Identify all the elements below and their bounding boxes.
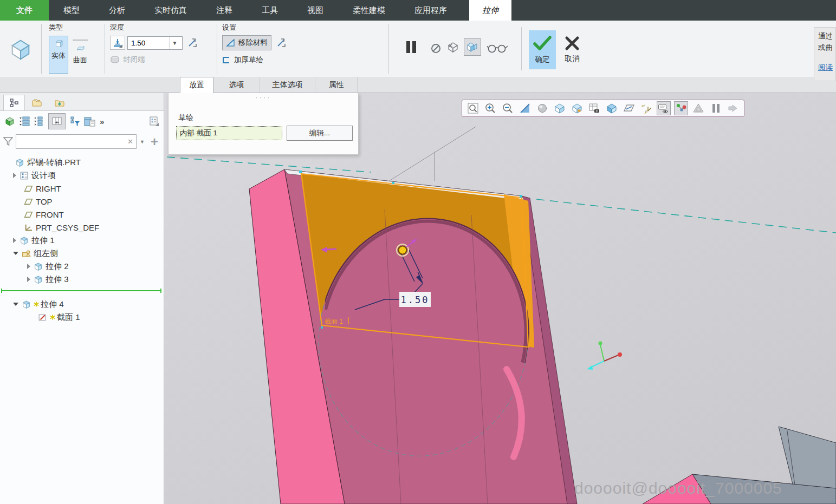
- saved-views-icon[interactable]: [553, 101, 567, 115]
- tree-item-settings-icon[interactable]: [148, 116, 159, 127]
- menu-file[interactable]: 文件: [0, 0, 49, 21]
- expand-all-icon[interactable]: [19, 116, 30, 126]
- menu-analysis[interactable]: 分析: [94, 0, 140, 21]
- tree-item-csys[interactable]: PRT_CSYS_DEF: [0, 221, 164, 234]
- expander-icon[interactable]: [13, 303, 18, 306]
- menu-live-simulation[interactable]: 实时仿真: [140, 0, 202, 21]
- add-filter-button[interactable]: +: [148, 136, 160, 147]
- depth-dropdown-arrow[interactable]: ▼: [169, 37, 180, 49]
- zoom-fit-icon[interactable]: [466, 101, 480, 115]
- capped-ends-option: 封闭端: [110, 55, 200, 64]
- tree-item-extrude3[interactable]: 拉伸 3: [0, 273, 164, 286]
- group-icon: [22, 249, 31, 258]
- ok-button[interactable]: 确定: [529, 30, 556, 69]
- tree-filter-row: ✕ ▼ +: [0, 132, 164, 152]
- perspective-icon[interactable]: [691, 101, 705, 115]
- tree-item-right-plane[interactable]: RIGHT: [0, 182, 164, 195]
- expander-icon[interactable]: [27, 264, 30, 269]
- no-preview-button[interactable]: [428, 41, 443, 55]
- tree-item-section1-pending[interactable]: 截面 1: [0, 311, 164, 324]
- thicken-sketch-option[interactable]: 加厚草绘: [222, 55, 289, 65]
- flip-direction-icon: [276, 37, 287, 48]
- tree-item-front-plane[interactable]: FRONT: [0, 208, 164, 221]
- cancel-button[interactable]: 取消: [559, 30, 586, 69]
- tree-filters-icon[interactable]: [69, 116, 80, 127]
- tab-options[interactable]: 选项: [213, 77, 260, 93]
- tab-body-options[interactable]: 主体选项: [260, 77, 315, 93]
- model-cube-icon[interactable]: [4, 116, 15, 127]
- 3d-viewport[interactable]: 截面 1 1.50: [164, 93, 836, 504]
- tab-properties[interactable]: 属性: [315, 77, 358, 93]
- ok-check-icon: [533, 35, 552, 51]
- menu-view[interactable]: 视图: [293, 0, 338, 21]
- surface-button[interactable]: 曲面: [70, 36, 90, 74]
- tree-item-top-plane[interactable]: TOP: [0, 195, 164, 208]
- depth-type-button[interactable]: [110, 36, 125, 50]
- shading-icon[interactable]: [535, 101, 549, 115]
- tab-extrude-active[interactable]: 拉伸: [469, 0, 511, 21]
- folder-browser-tab[interactable]: [26, 95, 48, 110]
- menu-applications[interactable]: 应用程序: [400, 0, 462, 21]
- clear-search-icon[interactable]: ✕: [127, 138, 136, 146]
- pause-display-icon[interactable]: [709, 101, 723, 115]
- display-style-icon[interactable]: [605, 101, 619, 115]
- collapse-all-icon[interactable]: [34, 116, 44, 126]
- watermark-text: dooooit@dooooit_7000005: [574, 479, 782, 497]
- tree-columns-toggle[interactable]: [48, 113, 66, 129]
- unattached-preview-button[interactable]: [445, 40, 461, 54]
- dimension-value-text[interactable]: 1.50: [401, 294, 430, 305]
- tree-item-part[interactable]: 焊锡-转轴.PRT: [0, 156, 164, 169]
- no-preview-icon: [431, 43, 441, 54]
- tree-item-design-items[interactable]: 设计项: [0, 169, 164, 182]
- sketch-collector-field[interactable]: 内部 截面 1: [176, 126, 282, 140]
- remove-material-toggle[interactable]: 移除材料: [222, 35, 271, 50]
- tree-item-extrude4-pending[interactable]: 拉伸 4: [0, 298, 164, 311]
- tree-search-input[interactable]: [16, 134, 137, 149]
- tree-item-group-left[interactable]: 组左侧: [0, 247, 164, 260]
- overflow-chevrons[interactable]: »: [100, 117, 104, 126]
- part-icon: [15, 158, 24, 167]
- solid-button[interactable]: 实体: [49, 36, 68, 74]
- spin-center-icon[interactable]: [674, 101, 688, 115]
- orientation-triad: [587, 342, 622, 370]
- axes-display-icon[interactable]: x/y/: [639, 101, 653, 115]
- extrude-dashboard: 类型 实体 曲面 深度: [0, 21, 836, 77]
- insert-locator-line[interactable]: [1, 290, 161, 291]
- depth-value-input[interactable]: [128, 39, 169, 47]
- tree-item-extrude2[interactable]: 拉伸 2: [0, 260, 164, 273]
- search-dropdown-arrow[interactable]: ▼: [139, 139, 146, 145]
- zoom-in-icon[interactable]: [483, 101, 497, 115]
- tab-placement[interactable]: 放置: [180, 77, 213, 93]
- zoom-out-icon[interactable]: [501, 101, 515, 115]
- depth-value-combobox[interactable]: ▼: [127, 36, 183, 50]
- model-tree-tab[interactable]: [3, 95, 25, 110]
- tree-item-extrude1[interactable]: 拉伸 1: [0, 234, 164, 247]
- expander-icon[interactable]: [27, 277, 30, 282]
- verify-feature-button[interactable]: [485, 41, 509, 55]
- pause-icon: [404, 40, 418, 54]
- flip-material-side-button[interactable]: [274, 36, 289, 50]
- view-orientation-icon[interactable]: [570, 101, 584, 115]
- annotation-display-icon[interactable]: [657, 101, 671, 115]
- menu-flexible-modeling[interactable]: 柔性建模: [338, 0, 400, 21]
- design-items-icon: [20, 171, 29, 180]
- remove-material-icon: [226, 38, 236, 48]
- popup-grip-dots[interactable]: ····: [169, 95, 358, 100]
- menu-tools[interactable]: 工具: [247, 0, 293, 21]
- datum-display-icon[interactable]: [622, 101, 636, 115]
- view-manager-icon[interactable]: [587, 101, 601, 115]
- menu-model[interactable]: 模型: [49, 0, 94, 21]
- tree-settings-icon[interactable]: [84, 116, 96, 127]
- expander-icon[interactable]: [13, 238, 16, 243]
- expander-icon[interactable]: [13, 252, 18, 255]
- expander-icon[interactable]: [13, 173, 16, 178]
- edit-sketch-button[interactable]: 编辑...: [287, 126, 353, 141]
- flip-depth-direction-button[interactable]: [185, 36, 200, 50]
- depth-drag-handle[interactable]: [399, 246, 407, 254]
- menu-annotate[interactable]: 注释: [202, 0, 247, 21]
- pause-feature-button[interactable]: [401, 38, 421, 56]
- repaint-icon[interactable]: [518, 101, 532, 115]
- read-more-link[interactable]: 阅读: [818, 62, 833, 73]
- attached-preview-button[interactable]: [464, 38, 481, 56]
- favorites-tab[interactable]: [49, 95, 70, 110]
